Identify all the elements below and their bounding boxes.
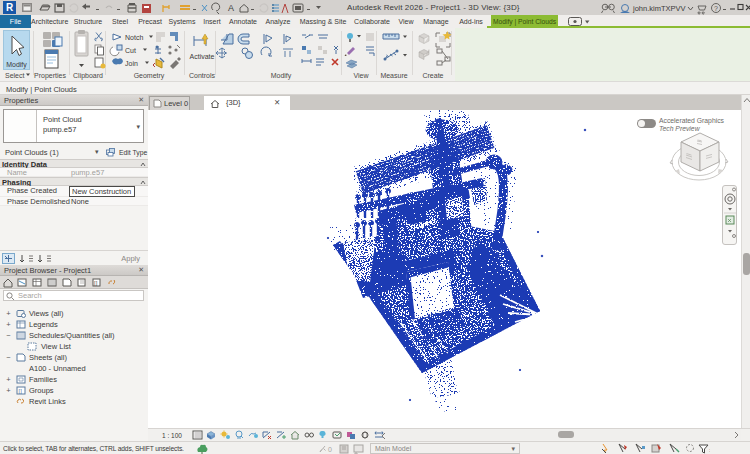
svg-text:Properties: Properties	[34, 72, 66, 80]
svg-text:[]: []	[94, 280, 98, 286]
svg-text:Cut: Cut	[125, 47, 136, 54]
svg-text:Modify: Modify	[271, 72, 292, 80]
svg-text::1: :1	[709, 447, 710, 453]
svg-text:View: View	[353, 72, 369, 79]
svg-text:[]: []	[19, 388, 23, 394]
svg-text:Notch: Notch	[125, 34, 143, 41]
svg-text:A: A	[228, 3, 234, 13]
svg-text:Measure: Measure	[380, 72, 407, 79]
svg-text:Controls: Controls	[189, 72, 216, 79]
svg-text:john.kimTXPVV: john.kimTXPVV	[632, 4, 686, 13]
svg-text:Create: Create	[422, 72, 443, 79]
svg-text:0: 0	[328, 446, 332, 453]
svg-text:Select: Select	[5, 72, 25, 79]
svg-text:Modify: Modify	[6, 61, 27, 69]
svg-text:R: R	[6, 2, 14, 13]
svg-text:?: ?	[714, 5, 718, 12]
svg-text:Clipboard: Clipboard	[73, 72, 103, 80]
svg-text:Geometry: Geometry	[134, 72, 165, 80]
svg-text:Activate: Activate	[190, 53, 215, 60]
svg-text:Join: Join	[125, 60, 138, 67]
